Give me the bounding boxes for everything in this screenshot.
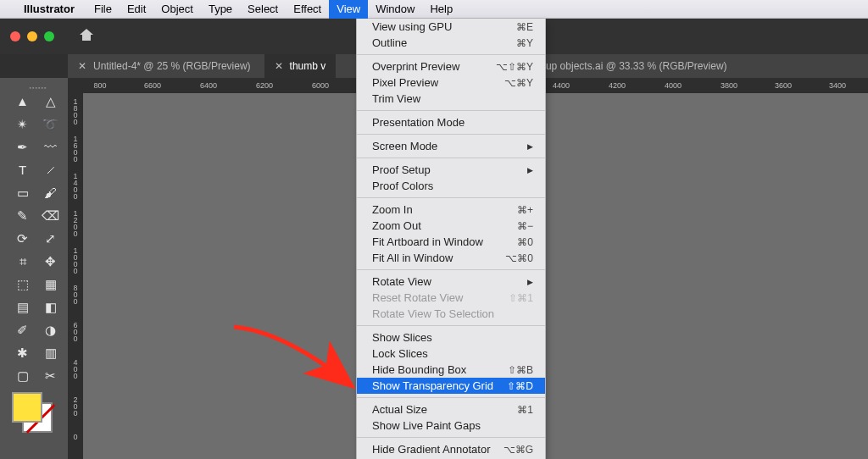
menu-item-label: Zoom In bbox=[372, 203, 413, 216]
menu-item-label: Show Transparency Grid bbox=[372, 379, 493, 392]
menu-item-view-using-gpu[interactable]: View using GPU⌘E bbox=[357, 19, 545, 35]
line-segment-tool[interactable]: ⟋ bbox=[36, 159, 64, 181]
menu-item-label: Hide Gradient Annotator bbox=[372, 443, 490, 456]
menu-item-proof-setup[interactable]: Proof Setup bbox=[357, 162, 545, 178]
document-tab[interactable]: roup objects.ai @ 33.33 % (RGB/Preview) bbox=[526, 54, 737, 78]
menu-item-label: Rotate View To Selection bbox=[372, 307, 494, 320]
menu-shortcut: ⌥⌘0 bbox=[505, 252, 533, 264]
close-tab-icon[interactable]: ✕ bbox=[78, 60, 86, 72]
ruler-tick: 1400 bbox=[68, 173, 83, 200]
menu-separator bbox=[357, 397, 545, 398]
menu-item-label: Show Slices bbox=[372, 331, 432, 344]
menu-item-label: Reset Rotate View bbox=[372, 291, 463, 304]
close-tab-icon[interactable]: ✕ bbox=[275, 60, 283, 72]
ruler-tick: 1600 bbox=[68, 135, 83, 163]
menu-select[interactable]: Select bbox=[240, 0, 286, 19]
menu-object[interactable]: Object bbox=[153, 0, 201, 19]
eyedropper-tool[interactable]: ✐ bbox=[8, 319, 36, 341]
menu-item-label: Pixel Preview bbox=[372, 76, 438, 89]
menu-item-rotate-view[interactable]: Rotate View bbox=[357, 274, 545, 290]
shape-builder-tool[interactable]: ⬚ bbox=[8, 274, 36, 296]
ruler-vertical[interactable]: 180016001400120010008006004002000 bbox=[68, 78, 83, 459]
home-icon[interactable] bbox=[78, 27, 95, 47]
menu-view[interactable]: View bbox=[329, 0, 368, 19]
control-strip-left bbox=[0, 54, 68, 78]
menu-item-hide-gradient-annotator[interactable]: Hide Gradient Annotator⌥⌘G bbox=[357, 441, 545, 457]
ruler-tick: 200 bbox=[68, 396, 83, 417]
width-tool[interactable]: ⌗ bbox=[8, 251, 36, 273]
fill-stroke-swatch[interactable] bbox=[12, 392, 51, 431]
magic-wand-tool[interactable]: ✴ bbox=[8, 113, 36, 135]
menu-item-show-transparency-grid[interactable]: Show Transparency Grid⇧⌘D bbox=[357, 378, 545, 394]
menu-item-screen-mode[interactable]: Screen Mode bbox=[357, 138, 545, 154]
menu-item-lock-slices[interactable]: Lock Slices bbox=[357, 346, 545, 362]
menu-edit[interactable]: Edit bbox=[120, 0, 153, 19]
ruler-tick: 6200 bbox=[248, 78, 281, 93]
ruler-tick: 6400 bbox=[192, 78, 225, 93]
rectangle-tool[interactable]: ▭ bbox=[8, 182, 36, 204]
zoom-window-button[interactable] bbox=[44, 31, 54, 41]
menu-item-overprint-preview[interactable]: Overprint Preview⌥⇧⌘Y bbox=[357, 58, 545, 75]
scale-tool[interactable]: ⤢ bbox=[36, 228, 64, 250]
ruler-tick: 400 bbox=[68, 359, 83, 379]
slice-tool[interactable]: ✂ bbox=[36, 365, 64, 387]
menu-item-proof-colors[interactable]: Proof Colors bbox=[357, 178, 545, 194]
document-tab[interactable]: ✕Untitled-4* @ 25 % (RGB/Preview) bbox=[68, 54, 261, 78]
mesh-tool[interactable]: ▤ bbox=[8, 296, 36, 318]
perspective-grid-tool[interactable]: ▦ bbox=[36, 274, 64, 296]
eraser-tool[interactable]: ⌫ bbox=[36, 205, 64, 227]
menu-item-rotate-view-to-selection: Rotate View To Selection bbox=[357, 306, 545, 322]
direct-selection-tool[interactable]: △ bbox=[36, 91, 64, 113]
menu-shortcut: ⌘Y bbox=[516, 37, 533, 49]
menu-item-pixel-preview[interactable]: Pixel Preview⌥⌘Y bbox=[357, 75, 545, 91]
menu-effect[interactable]: Effect bbox=[286, 0, 329, 19]
menu-item-actual-size[interactable]: Actual Size⌘1 bbox=[357, 401, 545, 418]
close-window-button[interactable] bbox=[10, 31, 20, 41]
fill-swatch[interactable] bbox=[12, 392, 42, 423]
minimize-window-button[interactable] bbox=[27, 31, 37, 41]
menu-item-label: Trim View bbox=[372, 92, 420, 105]
curvature-tool[interactable]: 〰 bbox=[36, 136, 64, 158]
menu-separator bbox=[357, 134, 545, 135]
menu-item-fit-artboard-in-window[interactable]: Fit Artboard in Window⌘0 bbox=[357, 234, 545, 250]
menu-window[interactable]: Window bbox=[368, 0, 422, 19]
menu-item-show-live-paint-gaps[interactable]: Show Live Paint Gaps bbox=[357, 418, 545, 434]
free-transform-tool[interactable]: ✥ bbox=[36, 251, 64, 273]
selection-tool[interactable]: ▲ bbox=[8, 91, 36, 113]
paintbrush-tool[interactable]: 🖌 bbox=[36, 182, 64, 204]
type-tool[interactable]: T bbox=[8, 159, 36, 181]
menu-shortcut: ⌥⇧⌘Y bbox=[496, 61, 533, 73]
menu-item-outline[interactable]: Outline⌘Y bbox=[357, 35, 545, 51]
menu-item-label: Hide Bounding Box bbox=[372, 363, 466, 376]
menu-shortcut: ⇧⌘B bbox=[508, 364, 533, 376]
menu-file[interactable]: File bbox=[86, 0, 120, 19]
artboard-tool[interactable]: ▢ bbox=[8, 365, 36, 387]
menu-item-hide-bounding-box[interactable]: Hide Bounding Box⇧⌘B bbox=[357, 362, 545, 378]
menu-item-trim-view[interactable]: Trim View bbox=[357, 91, 545, 107]
menu-shortcut: ⇧⌘1 bbox=[509, 292, 533, 304]
menu-item-presentation-mode[interactable]: Presentation Mode bbox=[357, 114, 545, 130]
menu-item-label: Show Live Paint Gaps bbox=[372, 419, 481, 432]
document-tab[interactable]: ✕thumb v bbox=[264, 54, 337, 78]
menu-separator bbox=[357, 158, 545, 158]
app-name[interactable]: Illustrator bbox=[24, 3, 75, 15]
menu-item-show-slices[interactable]: Show Slices bbox=[357, 329, 545, 346]
menu-shortcut: ⇧⌘D bbox=[507, 380, 533, 392]
pen-tool[interactable]: ✒ bbox=[8, 136, 36, 158]
column-graph-tool[interactable]: ▥ bbox=[36, 342, 64, 364]
document-tab-label: Untitled-4* @ 25 % (RGB/Preview) bbox=[93, 60, 251, 72]
menu-item-fit-all-in-window[interactable]: Fit All in Window⌥⌘0 bbox=[357, 250, 545, 266]
rotate-tool[interactable]: ⟳ bbox=[8, 228, 36, 250]
menu-item-zoom-out[interactable]: Zoom Out⌘− bbox=[357, 218, 545, 234]
menu-item-zoom-in[interactable]: Zoom In⌘+ bbox=[357, 202, 545, 218]
ruler-tick: 4400 bbox=[544, 78, 578, 93]
menu-help[interactable]: Help bbox=[422, 0, 460, 19]
menu-item-label: Actual Size bbox=[372, 403, 427, 416]
lasso-tool[interactable]: ➰ bbox=[36, 113, 64, 135]
menu-type[interactable]: Type bbox=[201, 0, 240, 19]
gradient-tool[interactable]: ◧ bbox=[36, 296, 64, 318]
shaper-tool[interactable]: ✎ bbox=[8, 205, 36, 227]
symbol-sprayer-tool[interactable]: ✱ bbox=[8, 342, 36, 364]
blend-tool[interactable]: ◑ bbox=[36, 319, 64, 341]
ruler-tick: 1800 bbox=[68, 98, 83, 125]
